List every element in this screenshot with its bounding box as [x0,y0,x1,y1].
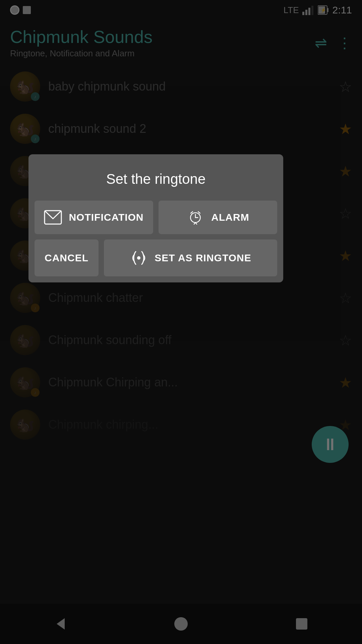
ringtone-dialog: Set the ringtone NOTIFICATION ALARM CANC… [28,154,283,282]
alarm-button[interactable]: ALARM [159,201,277,234]
phone-ring-icon [130,249,148,267]
notification-button[interactable]: NOTIFICATION [35,201,153,234]
dialog-row-1: NOTIFICATION ALARM [28,201,283,234]
alarm-label: ALARM [211,212,249,223]
envelope-icon [44,210,62,225]
svg-line-13 [198,212,200,213]
alarm-icon [186,210,204,225]
set-ringtone-button[interactable]: SET AS RINGTONE [104,239,277,276]
notification-label: NOTIFICATION [69,212,143,223]
cancel-button[interactable]: CANCEL [35,239,99,276]
dialog-row-2: CANCEL SET AS RINGTONE [28,239,283,282]
svg-line-12 [191,212,193,213]
set-ringtone-label: SET AS RINGTONE [155,252,251,264]
dialog-overlay [0,0,362,644]
dialog-title: Set the ringtone [28,154,283,201]
svg-point-16 [137,256,140,260]
